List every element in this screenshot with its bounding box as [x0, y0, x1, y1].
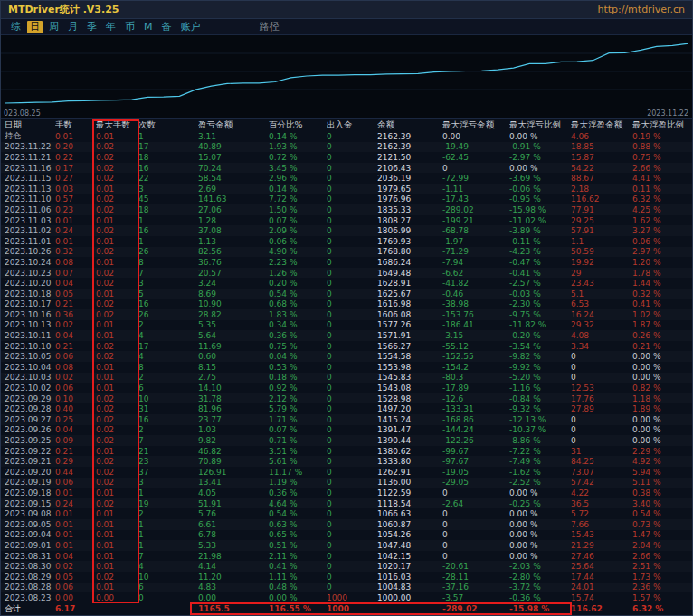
column-header-最大浮亏金额[interactable]: 最大浮亏金额 [442, 119, 509, 131]
table-row[interactable]: 2023.09.220.210.012146.823.51 %01380.62-… [1, 446, 692, 457]
value-cell: 1047.48 [377, 541, 442, 550]
tab-币[interactable]: 币 [122, 21, 138, 33]
table-row[interactable]: 2023.10.260.320.022682.564.90 %01768.80-… [1, 247, 692, 258]
table-row[interactable]: 2023.10.230.070.02720.571.26 %01649.48-6… [1, 268, 692, 279]
column-header-最大手数[interactable]: 最大手数 [96, 119, 138, 131]
value-cell: 77.91 [571, 205, 632, 214]
tab-综[interactable]: 综 [8, 21, 24, 33]
column-header-手数[interactable]: 手数 [55, 119, 96, 131]
table-row[interactable]: 2023.11.150.270.022258.542.96 %02036.19-… [1, 173, 692, 184]
column-header-次数[interactable]: 次数 [138, 119, 198, 131]
table-row[interactable]: 2023.11.220.200.021740.891.93 %02162.39-… [1, 142, 692, 153]
column-header-出入金[interactable]: 出入金 [327, 119, 377, 131]
table-row[interactable]: 2023.10.100.210.021711.690.75 %01566.27-… [1, 341, 692, 352]
table-row[interactable]: 2023.09.150.240.021951.914.64 %01118.54-… [1, 498, 692, 509]
table-row[interactable]: 2023.11.060.230.021827.061.50 %01835.33-… [1, 204, 692, 215]
date-cell: 2023.10.10 [5, 342, 55, 351]
site-link[interactable]: http://mtdriver.cn [597, 4, 685, 15]
table-row[interactable]: 2023.09.250.090.0279.820.71 %01390.44-12… [1, 435, 692, 446]
table-row[interactable]: 2023.08.280.060.0164.830.48 %01004.83-37… [1, 583, 692, 593]
table-row[interactable]: 2023.09.280.400.023181.965.79 %01497.20-… [1, 403, 692, 414]
table-row[interactable]: 2023.09.180.010.0114.050.36 %01122.5900.… [1, 488, 692, 498]
tab-周[interactable]: 周 [46, 21, 62, 33]
table-row[interactable]: 2023.11.030.010.0111.280.07 %01808.27-19… [1, 215, 692, 226]
value-cell: 0.01 [55, 216, 96, 225]
value-cell: 23.43 [571, 279, 632, 288]
table-row[interactable]: 2023.11.010.010.0111.130.06 %01769.93-1.… [1, 236, 692, 247]
date-cell: 2023.09.27 [5, 415, 55, 424]
table-row[interactable]: 2023.09.210.290.022370.895.61 %01333.80-… [1, 456, 692, 467]
column-header-余额[interactable]: 余额 [377, 119, 442, 131]
table-row[interactable]: 2023.11.100.570.0245141.637.72 %01976.96… [1, 194, 692, 205]
value-cell: 1.18 % [632, 394, 693, 403]
table-row[interactable]: 2023.09.270.250.021623.771.71 %01415.24-… [1, 414, 692, 425]
value-cell: 0.25 [55, 415, 96, 424]
value-cell: 1769.93 [377, 237, 442, 246]
tab-M[interactable]: M [141, 21, 156, 33]
table-row[interactable]: 2023.10.110.040.0145.640.36 %01571.91-3.… [1, 330, 692, 341]
table-row[interactable]: 2023.10.200.040.0233.240.20 %01628.91-41… [1, 278, 692, 289]
table-row[interactable]: 2023.10.170.210.021610.900.68 %01616.98-… [1, 299, 692, 310]
table-row[interactable]: 2023.11.160.170.021670.243.45 %02106.430… [1, 163, 692, 174]
value-cell: 16 [138, 415, 198, 424]
table-row[interactable]: 2023.10.240.080.01836.762.23 %01686.24-7… [1, 257, 692, 268]
table-row[interactable]: 2023.09.010.010.0115.330.51 %01047.4800.… [1, 540, 692, 551]
value-cell: 0 [327, 237, 377, 246]
column-header-最大浮盈金额[interactable]: 最大浮盈金额 [571, 119, 632, 131]
value-cell: 0 [327, 552, 377, 561]
table-row[interactable]: 2023.11.210.220.021815.070.72 %02121.50-… [1, 152, 692, 163]
value-cell: 0.02 [96, 352, 138, 361]
tab-账户[interactable]: 账户 [178, 21, 204, 33]
column-header-日期[interactable]: 日期 [5, 119, 55, 131]
tab-季[interactable]: 季 [84, 21, 100, 33]
value-cell: 0 [327, 436, 377, 445]
value-cell: 2106.43 [377, 164, 442, 173]
column-header-最大浮盈比例[interactable]: 最大浮盈比例 [632, 119, 693, 131]
table-row[interactable]: 2023.10.030.020.0122.750.18 %01545.83-80… [1, 373, 692, 384]
value-cell: 0.00 [96, 593, 138, 602]
value-cell: 4.41 % [632, 174, 693, 183]
date-cell: 持仓 [5, 130, 55, 142]
tab-备[interactable]: 备 [159, 21, 175, 33]
value-cell: 1.1 [571, 237, 632, 246]
table-row[interactable]: 2023.09.200.440.0237126.9111.17 %01262.9… [1, 467, 692, 478]
tab-日[interactable]: 日 [27, 21, 43, 33]
table-row[interactable]: 2023.11.130.030.0132.690.14 %01979.65-1.… [1, 184, 692, 194]
table-row[interactable]: 2023.10.020.060.01614.100.92 %01543.08-1… [1, 383, 692, 393]
table-row[interactable]: 2023.09.080.010.0125.760.54 %01066.6300.… [1, 508, 692, 519]
table-row[interactable]: 持仓0.010.0113.110.14 %02162.390.000.00 %4… [1, 131, 692, 142]
table-row[interactable]: 2023.10.040.080.0188.150.53 %01553.98-15… [1, 362, 692, 373]
table-row[interactable]: 2023.10.130.020.0125.350.34 %01577.26-18… [1, 320, 692, 331]
app-window: MTDriver统计 .V3.25 http://mtdriver.cn 综日周… [0, 0, 693, 616]
value-cell: 1066.63 [377, 509, 442, 518]
table-row[interactable]: 2023.08.290.050.021011.201.11 %01016.03-… [1, 572, 692, 583]
value-cell: 0.02 [96, 279, 138, 288]
table-row[interactable]: 2023.08.300.020.0144.140.41 %01020.17-20… [1, 561, 692, 572]
table-row[interactable]: 2023.09.260.040.0221.030.07 %01391.47-14… [1, 425, 692, 436]
value-cell: 0 [571, 436, 632, 445]
table-row[interactable]: 2023.11.020.240.021637.082.09 %01806.99-… [1, 225, 692, 236]
table-row[interactable]: 2023.10.160.360.022628.821.83 %01606.08-… [1, 309, 692, 320]
table-row[interactable]: 2023.09.040.010.0116.780.65 %01054.2600.… [1, 530, 692, 541]
table-row[interactable]: 2023.08.230.000.0000.000.00 %10001000.00… [1, 592, 692, 603]
tab-月[interactable]: 月 [65, 21, 81, 33]
value-cell: 84.25 [571, 457, 632, 466]
table-row[interactable]: 2023.09.190.060.02313.411.19 %01136.00-2… [1, 478, 692, 488]
value-cell: 5.35 [198, 320, 269, 329]
value-cell: 0 [571, 352, 632, 361]
value-cell: 70.89 [198, 457, 269, 466]
tab-年[interactable]: 年 [103, 21, 119, 33]
table-row[interactable]: 2023.09.290.100.021031.782.12 %01528.98-… [1, 393, 692, 404]
column-header-最大浮亏比例[interactable]: 最大浮亏比例 [509, 119, 571, 131]
table-row[interactable]: 2023.10.180.050.0158.690.54 %01625.67-0.… [1, 289, 692, 299]
column-header-百分比%[interactable]: 百分比% [269, 119, 327, 131]
column-header-盈亏金额[interactable]: 盈亏金额 [198, 119, 269, 131]
table-row[interactable]: 2023.08.310.040.01721.982.11 %01042.1500… [1, 551, 692, 562]
value-cell: -3.54 % [509, 342, 571, 351]
path-button[interactable]: 路径 [260, 20, 280, 33]
value-cell: 1.57 % [632, 593, 693, 602]
table-row[interactable]: 2023.10.050.060.0240.600.04 %01554.58-15… [1, 351, 692, 362]
value-cell: -29.05 [442, 478, 509, 487]
value-cell: 1606.08 [377, 310, 442, 319]
table-row[interactable]: 2023.09.050.010.0116.610.63 %01060.8700.… [1, 519, 692, 530]
